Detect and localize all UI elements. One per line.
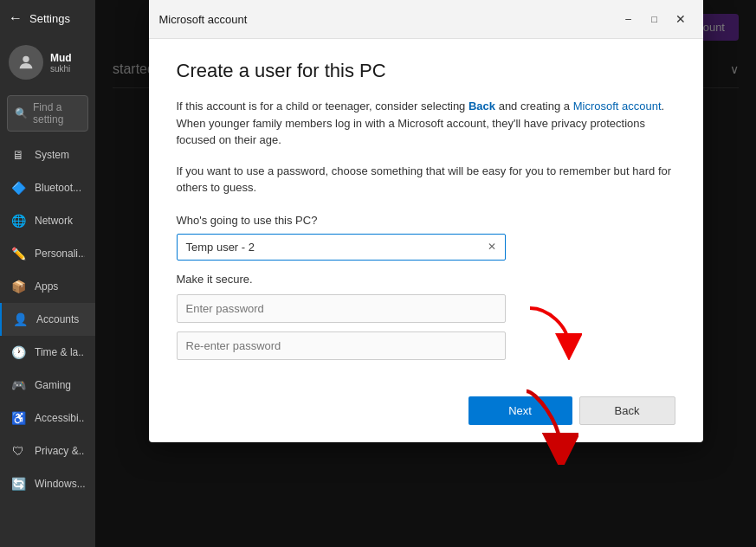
close-icon: ✕: [675, 12, 686, 26]
minimize-button[interactable]: –: [617, 7, 641, 31]
nav-items: 🖥 System 🔷 Bluetoot... 🌐 Network ✏️ Pers…: [0, 138, 95, 547]
sidebar-label-privacy: Privacy &...: [35, 445, 85, 457]
system-icon: 🖥: [10, 147, 26, 163]
sidebar-label-gaming: Gaming: [35, 379, 71, 391]
microsoft-account-dialog: Microsoft account – □ ✕ Create a user fo…: [149, 0, 703, 442]
gaming-icon: 🎮: [10, 377, 26, 393]
sidebar-label-time: Time & la...: [35, 346, 85, 358]
sidebar-item-accounts[interactable]: 👤 Accounts: [0, 303, 95, 336]
apps-icon: 📦: [10, 279, 26, 294]
info-text-1: If this account is for a child or teenag…: [177, 98, 675, 149]
sidebar-label-accessibility: Accessibi...: [35, 412, 85, 424]
dialog-title: Microsoft account: [159, 13, 248, 26]
search-box[interactable]: 🔍 Find a setting: [7, 95, 88, 132]
user-section: Mud sukhi: [0, 36, 95, 88]
sidebar-label-apps: Apps: [35, 280, 58, 293]
accounts-icon: 👤: [12, 312, 28, 327]
username-value: Temp user - 2: [186, 241, 255, 254]
main-content: account started ∨ Microsoft account – □ …: [95, 0, 756, 547]
search-icon: 🔍: [15, 107, 28, 119]
svg-point-0: [23, 56, 29, 62]
microsoft-account-link[interactable]: Microsoft account: [573, 100, 662, 113]
dialog-titlebar: Microsoft account – □ ✕: [149, 0, 703, 39]
back-button[interactable]: Back: [579, 396, 675, 425]
accessibility-icon: ♿: [10, 410, 26, 426]
sidebar-header: ← Settings: [0, 0, 95, 36]
dialog-heading: Create a user for this PC: [177, 60, 675, 82]
personalization-icon: ✏️: [10, 246, 26, 261]
network-icon: 🌐: [10, 213, 26, 228]
user-sub: sukhi: [50, 64, 72, 74]
user-name: Mud: [50, 52, 72, 64]
sidebar-label-windows: Windows...: [35, 478, 85, 490]
clear-input-icon[interactable]: ✕: [488, 241, 496, 253]
sidebar-label-accounts: Accounts: [36, 313, 79, 325]
user-info: Mud sukhi: [50, 52, 72, 74]
close-button[interactable]: ✕: [669, 7, 693, 31]
next-button[interactable]: Next: [468, 396, 572, 425]
sidebar-item-time[interactable]: 🕐 Time & la...: [0, 336, 95, 369]
windows-icon: 🔄: [10, 476, 26, 492]
sidebar-item-apps[interactable]: 📦 Apps: [0, 270, 95, 303]
sidebar-item-system[interactable]: 🖥 System: [0, 138, 95, 171]
settings-window: ← Settings Mud sukhi 🔍 Find a setting 🖥: [0, 0, 756, 547]
settings-title: Settings: [29, 12, 70, 25]
sidebar: ← Settings Mud sukhi 🔍 Find a setting 🖥: [0, 0, 95, 547]
sidebar-item-privacy[interactable]: 🛡 Privacy &...: [0, 434, 95, 467]
repassword-input[interactable]: [177, 331, 506, 360]
username-field-wrapper[interactable]: Temp user - 2 ✕: [177, 234, 506, 261]
dialog-body: Create a user for this PC If this accoun…: [149, 39, 703, 386]
who-label: Who's going to use this PC?: [177, 214, 675, 227]
sidebar-item-gaming[interactable]: 🎮 Gaming: [0, 369, 95, 402]
back-arrow-icon[interactable]: ←: [9, 10, 23, 26]
bluetooth-icon: 🔷: [10, 180, 26, 196]
sidebar-label-bluetooth: Bluetoot...: [35, 182, 81, 194]
sidebar-item-network[interactable]: 🌐 Network: [0, 204, 95, 237]
time-icon: 🕐: [10, 344, 26, 360]
search-label: Find a setting: [33, 101, 81, 125]
make-secure-label: Make it secure.: [177, 273, 675, 286]
sidebar-label-personalization: Personali...: [35, 248, 85, 260]
sidebar-item-windows[interactable]: 🔄 Windows...: [0, 467, 95, 500]
sidebar-item-bluetooth[interactable]: 🔷 Bluetoot...: [0, 171, 95, 204]
sidebar-item-accessibility[interactable]: ♿ Accessibi...: [0, 402, 95, 434]
maximize-button[interactable]: □: [643, 7, 667, 31]
privacy-icon: 🛡: [10, 443, 26, 459]
sidebar-label-network: Network: [35, 215, 73, 227]
dialog-footer: Next Back: [149, 386, 703, 442]
sidebar-label-system: System: [35, 149, 69, 161]
avatar: [9, 45, 43, 80]
password-input[interactable]: [177, 294, 506, 323]
sidebar-item-personalization[interactable]: ✏️ Personali...: [0, 237, 95, 270]
info-text-2: If you want to use a password, choose so…: [177, 163, 675, 196]
